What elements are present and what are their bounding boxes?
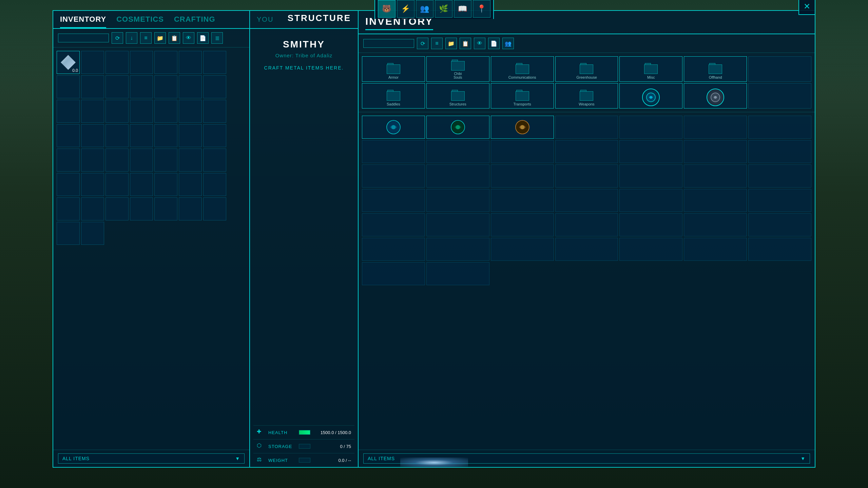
right-item-slot-empty[interactable] — [426, 238, 489, 261]
item-slot-element-dust[interactable]: 0.0 — [57, 51, 80, 74]
category-armor[interactable]: Armor — [362, 56, 425, 82]
right-item-slot-empty[interactable] — [362, 213, 425, 236]
item-slot-empty[interactable] — [203, 75, 226, 98]
right-item-slot-empty[interactable] — [619, 116, 682, 139]
tab-crafting[interactable]: CRAFTING — [174, 15, 215, 28]
right-item-slot-empty[interactable] — [426, 140, 489, 163]
right-item-slot-empty[interactable] — [362, 262, 425, 285]
right-item-slot-empty[interactable] — [619, 189, 682, 212]
nav-map[interactable]: 📍 — [473, 0, 490, 18]
right-people-btn[interactable]: 👥 — [502, 38, 514, 49]
right-item-slot-empty[interactable] — [555, 140, 618, 163]
right-item-slot-empty[interactable] — [491, 189, 554, 212]
view-btn[interactable]: 👁 — [183, 32, 194, 44]
item-slot-empty[interactable] — [105, 124, 129, 147]
right-item-slot-empty[interactable] — [362, 189, 425, 212]
list-btn[interactable]: ≣ — [211, 32, 223, 44]
right-item-slot-empty[interactable] — [555, 189, 618, 212]
item-slot-empty[interactable] — [179, 75, 202, 98]
item-slot-empty[interactable] — [130, 100, 153, 123]
right-item-slot-empty[interactable] — [748, 116, 811, 139]
item-slot-empty[interactable] — [154, 197, 177, 220]
drop-btn[interactable]: ↓ — [126, 32, 137, 44]
item-slot-empty[interactable] — [179, 149, 202, 172]
item-slot-empty[interactable] — [179, 173, 202, 196]
item-slot-empty[interactable] — [130, 75, 153, 98]
item-slot-empty[interactable] — [105, 173, 129, 196]
right-item-slot-empty[interactable] — [619, 238, 682, 261]
right-search-input[interactable] — [363, 39, 414, 48]
right-item-slot-empty[interactable] — [684, 238, 747, 261]
item-slot-empty[interactable] — [154, 173, 177, 196]
item-slot-empty[interactable] — [179, 100, 202, 123]
right-item-slot-empty[interactable] — [362, 164, 425, 188]
copy-btn[interactable]: 📋 — [169, 32, 180, 44]
nav-notes[interactable]: 📖 — [454, 0, 471, 18]
item-slot-empty[interactable] — [130, 173, 153, 196]
left-filter-dropdown[interactable]: ALL ITEMS ▼ — [58, 453, 245, 464]
item-slot-empty[interactable] — [179, 51, 202, 74]
item-slot-empty[interactable] — [154, 124, 177, 147]
item-slot-empty[interactable] — [203, 173, 226, 196]
item-slot-empty[interactable] — [105, 197, 129, 220]
right-item-slot-empty[interactable] — [491, 140, 554, 163]
item-slot-empty[interactable] — [81, 197, 104, 220]
right-item-slot-empty[interactable] — [555, 213, 618, 236]
right-item-slot-empty[interactable] — [748, 189, 811, 212]
category-empty-1[interactable] — [748, 56, 811, 82]
item-slot-empty[interactable] — [154, 149, 177, 172]
category-offhand[interactable]: Offhand — [684, 56, 747, 82]
item-slot-empty[interactable] — [57, 124, 80, 147]
item-slot-empty[interactable] — [203, 51, 226, 74]
item-slot-empty[interactable] — [57, 197, 80, 220]
sort-btn[interactable]: ≡ — [140, 32, 152, 44]
right-item-slot-empty[interactable] — [619, 140, 682, 163]
item-slot-empty[interactable] — [179, 197, 202, 220]
category-item-teal[interactable] — [619, 83, 682, 109]
right-filter-dropdown[interactable]: ALL ITEMS ▼ — [363, 453, 810, 464]
right-item-slot-empty[interactable] — [426, 262, 489, 285]
right-item-slot-empty[interactable] — [426, 213, 489, 236]
right-item-slot-empty[interactable] — [491, 213, 554, 236]
right-item-slot-empty[interactable] — [491, 164, 554, 188]
item-slot-empty[interactable] — [81, 173, 104, 196]
nav-level[interactable]: ⚡ — [397, 0, 414, 18]
item-slot-empty[interactable] — [130, 124, 153, 147]
right-sort-btn[interactable]: ≡ — [431, 38, 443, 49]
right-copy-btn[interactable]: 📋 — [460, 38, 471, 49]
item-slot-empty[interactable] — [105, 149, 129, 172]
right-item-slot-empty[interactable] — [684, 213, 747, 236]
item-slot-empty[interactable] — [57, 222, 80, 245]
left-search-input[interactable] — [58, 34, 109, 42]
right-page-btn[interactable]: 📄 — [488, 38, 500, 49]
item-slot-empty[interactable] — [81, 51, 104, 74]
right-item-slot-empty[interactable] — [619, 213, 682, 236]
right-item-slot-empty[interactable] — [362, 238, 425, 261]
right-item-slot-empty[interactable] — [555, 116, 618, 139]
close-button[interactable]: ✕ — [798, 0, 815, 15]
item-slot-empty[interactable] — [105, 75, 129, 98]
item-slot-empty[interactable] — [130, 149, 153, 172]
right-item-slot-empty[interactable] — [491, 238, 554, 261]
right-transfer-btn[interactable]: ⟳ — [417, 38, 428, 49]
right-item-slot-empty[interactable] — [362, 140, 425, 163]
nav-character[interactable]: 🐻 — [378, 0, 396, 18]
category-transports[interactable]: Transports — [491, 83, 554, 109]
right-item-slot-empty[interactable] — [684, 140, 747, 163]
right-item-slot-empty[interactable] — [426, 164, 489, 188]
right-item-slot-empty[interactable] — [748, 213, 811, 236]
right-item-slot-empty[interactable] — [684, 116, 747, 139]
right-item-slot-empty[interactable] — [748, 164, 811, 188]
category-saddles[interactable]: Saddles — [362, 83, 425, 109]
item-slot-empty[interactable] — [154, 75, 177, 98]
category-misc[interactable]: Misc — [619, 56, 682, 82]
tab-cosmetics[interactable]: COSMETICS — [116, 15, 164, 28]
item-slot-empty[interactable] — [81, 222, 104, 245]
right-item-slot-2[interactable] — [426, 116, 489, 139]
right-item-slot-empty[interactable] — [748, 238, 811, 261]
item-slot-empty[interactable] — [203, 124, 226, 147]
item-slot-empty[interactable] — [203, 149, 226, 172]
category-item-gray[interactable] — [684, 83, 747, 109]
item-slot-empty[interactable] — [81, 124, 104, 147]
item-slot-empty[interactable] — [203, 197, 226, 220]
